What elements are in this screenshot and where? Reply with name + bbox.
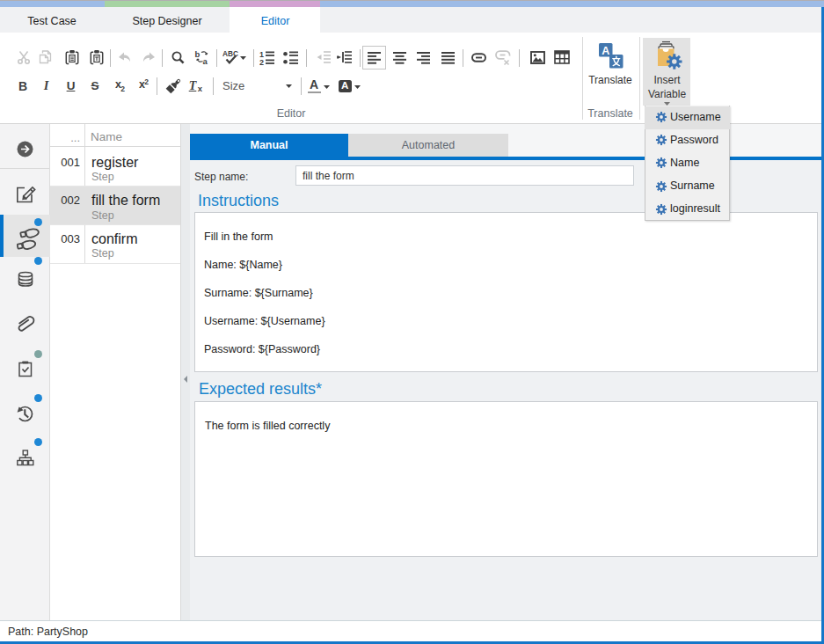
svg-text:2: 2 <box>259 58 264 66</box>
svg-text:1: 1 <box>259 50 264 59</box>
svg-text:A: A <box>602 45 609 57</box>
svg-text:a: a <box>203 56 208 66</box>
svg-text:b: b <box>195 49 201 59</box>
